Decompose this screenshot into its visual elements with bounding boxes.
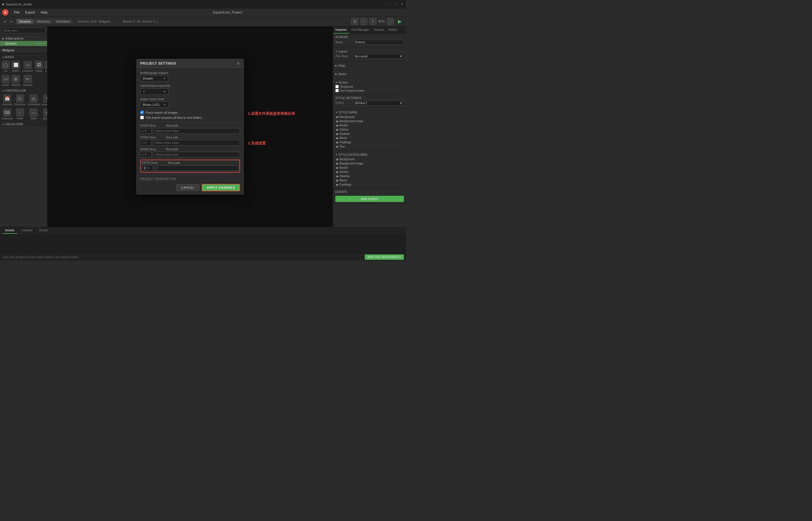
shadow-item[interactable]: ▶ Shadow [335,132,404,136]
zoom-in-button[interactable]: + [370,18,376,25]
cancel-button[interactable]: CANCEL [176,184,200,191]
scrollbar-outline-item[interactable]: ▶ Outline [335,170,404,174]
scrollbar-shadow-item[interactable]: ▶ Shadow [335,174,404,178]
tab-hierarchy[interactable]: Hierarchy [34,19,53,24]
category-basic: ● BASIC [0,54,47,59]
scrollbar-border-item[interactable]: ▶ Border [335,165,404,170]
search-input[interactable] [2,28,45,33]
tree-item-initial-actions[interactable]: ▶ Initial actions [0,36,47,41]
win32-drive-name: WIN32 Drive [140,148,163,151]
style-main-toggle[interactable]: ▼ STYLE (MAIN) [335,110,404,115]
text-item[interactable]: ▶ Text [335,144,404,149]
modal-close-button[interactable]: ✕ [237,62,240,65]
border-item[interactable]: ▶ Border [335,123,404,128]
screen-section: SCREEN Name [333,34,406,47]
image-export-dropdown[interactable]: Binary LVGL ▼ [140,101,168,108]
flags-toggle[interactable]: ▶ Flags [335,63,404,68]
tab-animation[interactable]: Animation [53,19,73,24]
tab-screens[interactable]: Screens [16,19,33,24]
widget-slider[interactable]: — Slider [27,108,41,121]
temporary-checkbox[interactable] [335,85,339,88]
scrollbar-blend-item[interactable]: ▶ Blend [335,178,404,182]
fatfs-drive-select[interactable]: E: ▼ [142,165,153,171]
scrollbar-bg-item[interactable]: ▶ Background [335,157,404,161]
tab-assets[interactable]: Assets [2,227,17,234]
multilang-select: Disable ▼ [140,75,240,82]
modal-overlay: PROJECT SETTINGS ✕ Multilanguage support… [47,26,333,227]
background-image-item[interactable]: ▶ Background Image [335,119,404,123]
apply-changes-button[interactable]: APPLY CHANGES [202,184,240,191]
widget-arc[interactable]: ◯ Arc [1,60,10,73]
widget-keyboard[interactable]: ⌨ Keyboard [1,108,13,121]
background-item[interactable]: ▶ Background [335,115,404,119]
widget-container[interactable]: ▭ Container [22,60,34,73]
redo-button[interactable]: ↪ [8,19,14,24]
tree-action-3[interactable]: ✕ [43,42,45,45]
widget-checkbox[interactable]: ☑ Checkbox [14,93,26,107]
states-toggle[interactable]: ▶ States [335,72,404,76]
fit-screen-button[interactable]: ⊡ [351,18,358,25]
force-images-checkbox[interactable] [140,111,144,114]
menu-file[interactable]: File [12,10,22,15]
flat-export-checkbox[interactable] [140,116,144,119]
widget-image[interactable]: 🖼 Image [34,60,43,73]
close-button[interactable]: ✕ [400,2,404,6]
win32-drive-select[interactable]: − ▼ [140,152,152,157]
blend-item[interactable]: ▶ Blend [335,136,404,140]
widget-tabview[interactable]: ⊞ Tabview [11,74,21,87]
posix-path-input[interactable] [153,140,240,145]
fatfs-path-input[interactable] [155,165,238,171]
tab-inspector[interactable]: Inspector [333,26,349,33]
tree-item-screen1[interactable]: □ Screen1 ⊕ ✎ ✕ [0,41,47,46]
win32-path-input[interactable] [153,152,240,157]
outline-item[interactable]: ▶ Outline [335,128,404,132]
paddings-item[interactable]: ▶ Paddings [335,140,404,144]
widget-dropdown[interactable]: ▼ Dropdown [41,93,47,107]
scrollbar-paddings-item[interactable]: ▶ Paddings [335,182,404,187]
widget-button[interactable]: ⬜ Button [11,60,21,73]
posix-drive-select[interactable]: − ▼ [140,140,152,145]
stdio-drive-name: STDIO Drive [140,124,163,127]
menu-export[interactable]: Export [23,10,37,15]
minimize-button[interactable]: ─ [388,2,392,6]
tab-font-manager[interactable]: Font Manager [349,26,371,33]
tab-errors[interactable]: Errors [37,227,50,234]
widget-colorwheel[interactable]: ◎ Colorwheel [27,93,41,107]
widget-panel[interactable]: ▭ Panel [1,74,10,87]
layout-toggle[interactable]: ▼ Layout [335,49,404,54]
multilang-dropdown[interactable]: Disable ▼ [140,75,168,82]
state-dropdown[interactable]: DEFAULT ▼ [353,101,404,106]
call-functions-dropdown[interactable]: ✓ ▼ [140,88,168,95]
win32-root-path-label: Root path [166,148,178,151]
tab-console[interactable]: Console [18,227,35,234]
add-file-button[interactable]: ADD FILE INTO ASSETS [365,254,404,260]
play-button[interactable]: ▶ [396,18,404,25]
fullscreen-button[interactable]: ⛶ [387,18,394,25]
tree-action-2[interactable]: ✎ [40,42,42,45]
widget-roller[interactable]: ↕ Roller [14,108,26,121]
tab-history[interactable]: History [386,26,399,33]
image-label: Image [35,69,42,72]
dont-export-checkbox[interactable] [335,89,339,92]
widget-spinbox[interactable]: ⊕ Spinbox [41,108,47,121]
widgets-title: Widgets [2,48,15,52]
widget-label[interactable]: A Label [44,60,47,73]
flex-flow-dropdown[interactable]: No Layout ▼ [353,54,404,59]
widget-calendar[interactable]: 📅 Calendar [1,93,13,107]
screen-toggle[interactable]: ▼ Screen [335,80,404,85]
stdio-drive-select[interactable]: − ▼ [140,128,152,134]
menu-help[interactable]: Help [38,10,50,15]
style-scrollbar-toggle[interactable]: ▼ STYLE (SCROLLBAR) [335,152,404,157]
zoom-out-button[interactable]: − [361,18,367,25]
sb-paddings-label: ▶ Paddings [337,183,351,186]
undo-button[interactable]: ↩ [2,19,8,24]
maximize-button[interactable]: □ [394,2,398,6]
widget-textarea[interactable]: ✏ Textarea [22,74,34,87]
scrollbar-bg-image-item[interactable]: ▶ Background Image [335,161,404,165]
tree-action-1[interactable]: ⊕ [37,42,39,45]
tab-themes[interactable]: Themes [371,26,386,33]
add-event-button[interactable]: ADD EVENT [335,196,404,202]
stdio-path-input[interactable] [153,128,240,134]
colorwheel-icon: ◎ [30,94,38,103]
name-input[interactable] [353,40,404,45]
